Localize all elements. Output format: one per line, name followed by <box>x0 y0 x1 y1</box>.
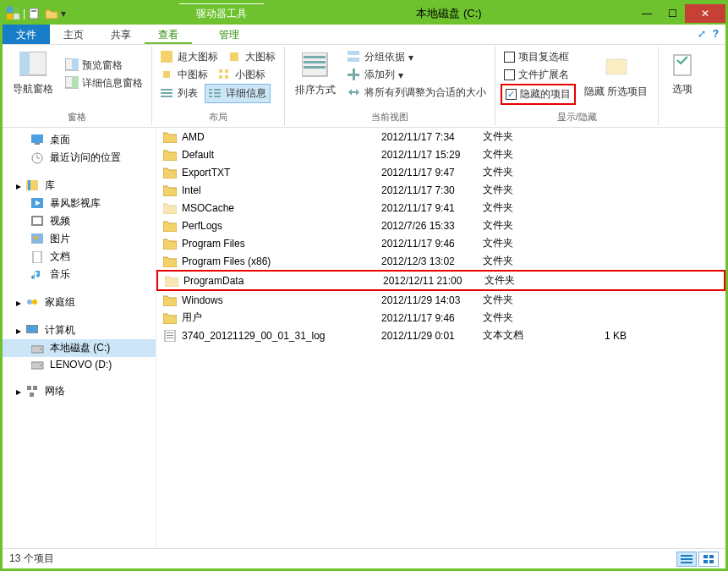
expand-icon: ▸ <box>16 386 21 398</box>
file-row[interactable]: Default2012/11/17 15:29文件夹 <box>156 145 725 163</box>
file-date: 2012/11/17 9:41 <box>381 202 483 214</box>
checkbox-itemcheckboxes[interactable]: 项目复选框 <box>501 48 576 66</box>
svg-rect-20 <box>161 92 172 94</box>
svg-rect-4 <box>30 8 38 19</box>
minimize-ribbon-icon[interactable]: ⤢ <box>698 28 706 41</box>
nav-music[interactable]: 音乐 <box>3 266 156 283</box>
qat-dropdown-icon[interactable]: ▾ <box>61 8 66 19</box>
svg-rect-68 <box>709 555 714 558</box>
file-name: AMD <box>182 131 205 143</box>
nav-desktop[interactable]: 桌面 <box>3 131 156 149</box>
ribbon-group-panes: 导航窗格 预览窗格 详细信息窗格 窗格 <box>3 47 152 125</box>
svg-rect-35 <box>348 74 359 76</box>
hide-button[interactable]: 隐藏 所选项目 <box>579 51 653 102</box>
svg-rect-64 <box>681 555 692 557</box>
view-list-button[interactable]: 列表 <box>157 85 201 102</box>
file-type: 文件夹 <box>483 200 567 215</box>
nav-baofeng[interactable]: 暴风影视库 <box>3 195 156 212</box>
folder-hidden-icon <box>163 202 177 214</box>
maximize-button[interactable]: ☐ <box>660 4 685 23</box>
nav-libraries[interactable]: ▸库 <box>3 177 156 195</box>
view-small-button[interactable]: 小图标 <box>215 66 269 84</box>
picture-icon <box>31 233 45 245</box>
folder-icon <box>163 294 177 306</box>
folder-icon <box>163 255 177 267</box>
nav-computer[interactable]: ▸计算机 <box>3 321 156 339</box>
view-details-button[interactable]: 详细信息 <box>205 84 271 103</box>
nav-homegroup[interactable]: ▸家庭组 <box>3 294 156 311</box>
nav-recent[interactable]: 最近访问的位置 <box>3 149 156 167</box>
file-row[interactable]: PerfLogs2012/7/26 15:33文件夹 <box>156 217 725 234</box>
nav-pane-icon <box>19 52 47 79</box>
svg-rect-27 <box>214 96 221 97</box>
new-folder-icon[interactable] <box>44 6 59 21</box>
tab-manage[interactable]: 管理 <box>205 25 253 44</box>
tab-home[interactable]: 主页 <box>50 25 97 44</box>
ribbon-group-showhide: 项目复选框 文件扩展名 隐藏的项目 隐藏 所选项目 显示/隐藏 <box>495 47 659 125</box>
file-name: ExportTXT <box>182 167 230 178</box>
svg-rect-18 <box>225 75 228 79</box>
svg-rect-31 <box>304 66 326 69</box>
svg-rect-36 <box>606 59 627 74</box>
view-xlarge-button[interactable]: 超大图标 <box>157 48 222 66</box>
nav-drive-d[interactable]: LENOVO (D:) <box>3 357 156 372</box>
checkbox-extensions[interactable]: 文件扩展名 <box>501 66 576 84</box>
sizecol-button[interactable]: 将所有列调整为合适的大小 <box>344 84 490 102</box>
svg-rect-13 <box>230 52 238 61</box>
file-type: 文件夹 <box>483 165 567 179</box>
sort-button[interactable]: 排序方式 <box>290 49 341 101</box>
file-type: 文件夹 <box>483 236 567 250</box>
file-row[interactable]: AMD2012/11/17 7:34文件夹 <box>156 128 725 145</box>
homegroup-icon <box>26 297 40 309</box>
help-icon[interactable]: ? <box>713 28 719 41</box>
file-row[interactable]: Program Files2012/11/17 9:46文件夹 <box>156 234 725 252</box>
view-medium-button[interactable]: 中图标 <box>157 66 211 84</box>
svg-rect-61 <box>167 332 173 333</box>
nav-drive-c[interactable]: 本地磁盘 (C:) <box>3 339 156 357</box>
file-name: 用户 <box>182 310 202 325</box>
file-row[interactable]: Intel2012/11/17 7:30文件夹 <box>156 181 725 199</box>
svg-point-54 <box>40 349 41 350</box>
group-label-showhide: 显示/隐藏 <box>501 109 653 124</box>
addcol-button[interactable]: 添加列 ▾ <box>344 66 490 84</box>
view-details-toggle[interactable] <box>676 552 697 567</box>
groupby-button[interactable]: 分组依据 ▾ <box>344 48 490 66</box>
file-row[interactable]: ProgramData2012/12/11 21:00文件夹 <box>156 270 725 291</box>
file-type: 文件夹 <box>483 254 567 268</box>
nav-documents[interactable]: 文档 <box>3 248 156 266</box>
options-button[interactable]: 选项 <box>664 48 701 100</box>
details-pane-button[interactable]: 详细信息窗格 <box>62 74 146 92</box>
file-row[interactable]: ExportTXT2012/11/17 9:47文件夹 <box>156 163 725 181</box>
nav-videos[interactable]: 视频 <box>3 212 156 230</box>
minimize-button[interactable]: — <box>634 4 660 23</box>
file-name: 3740_20121129_00_01_31_log <box>182 330 326 342</box>
checkbox-hidden[interactable]: 隐藏的项目 <box>501 84 576 105</box>
view-large-toggle[interactable] <box>698 552 719 567</box>
nav-network[interactable]: ▸网络 <box>3 382 156 400</box>
nav-pane-button[interactable]: 导航窗格 <box>8 48 58 100</box>
tab-view[interactable]: 查看 <box>145 25 192 44</box>
details-pane-icon <box>65 76 79 90</box>
svg-rect-9 <box>72 58 79 70</box>
status-text: 13 个项目 <box>9 552 54 566</box>
folder-icon <box>163 220 177 232</box>
file-icon <box>163 330 177 342</box>
ribbon-tabs: 文件 主页 共享 查看 管理 ⤢ ? <box>3 25 725 45</box>
tab-file[interactable]: 文件 <box>3 25 50 44</box>
tab-share[interactable]: 共享 <box>97 25 145 44</box>
file-row[interactable]: Program Files (x86)2012/12/3 13:02文件夹 <box>156 252 725 270</box>
svg-rect-0 <box>7 7 13 13</box>
library-icon <box>26 180 40 192</box>
file-row[interactable]: 用户2012/11/17 9:46文件夹 <box>156 309 725 327</box>
file-row[interactable]: Windows2012/11/29 14:03文件夹 <box>156 291 725 309</box>
properties-icon[interactable] <box>27 6 42 21</box>
hide-icon <box>603 54 630 81</box>
svg-rect-2 <box>7 14 13 19</box>
file-row[interactable]: MSOCache2012/11/17 9:41文件夹 <box>156 199 725 217</box>
view-large-button[interactable]: 大图标 <box>225 48 279 66</box>
nav-pictures[interactable]: 图片 <box>3 230 156 248</box>
file-row[interactable]: 3740_20121129_00_01_31_log2012/11/29 0:0… <box>156 327 725 344</box>
file-type: 文件夹 <box>483 147 567 162</box>
preview-pane-button[interactable]: 预览窗格 <box>62 57 146 74</box>
close-button[interactable]: ✕ <box>685 4 725 23</box>
